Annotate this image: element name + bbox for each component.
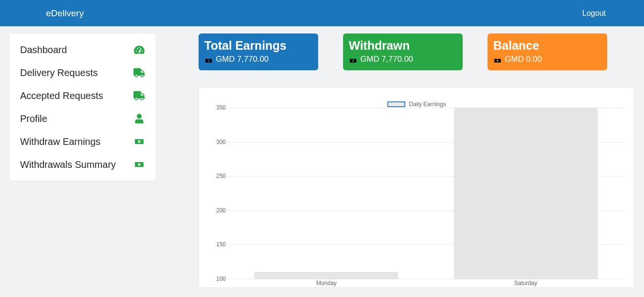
sidebar-item-label: Delivery Requests	[20, 67, 98, 78]
stat-cards-row: Total Earnings GMD 7,770.00 Withdrawn GM…	[199, 33, 634, 70]
money-icon	[204, 56, 213, 62]
money-icon	[349, 56, 357, 62]
y-tick: 150	[206, 241, 226, 248]
card-title: Balance	[493, 39, 601, 53]
card-withdrawn: Withdrawn GMD 7,770.00	[343, 33, 463, 70]
chart-bar	[454, 108, 598, 279]
sidebar-item-delivery-requests[interactable]: Delivery Requests	[10, 61, 155, 84]
sidebar-item-label: Withdrawals Summary	[20, 159, 116, 170]
money-icon	[133, 136, 145, 147]
card-total-earnings: Total Earnings GMD 7,770.00	[199, 33, 318, 70]
card-value: GMD 7,770.00	[360, 55, 413, 64]
legend-label: Daily Earnings	[409, 101, 446, 108]
sidebar-item-label: Profile	[20, 113, 47, 124]
brand[interactable]: eDelivery	[46, 8, 84, 19]
card-value: GMD 0.00	[505, 55, 542, 64]
layout: Dashboard Delivery Requests Accepted Req…	[0, 26, 644, 288]
y-tick: 100	[206, 275, 226, 282]
chart-legend: Daily Earnings	[387, 101, 446, 108]
card-value: GMD 7,770.00	[216, 55, 269, 64]
sidebar-item-withdrawals-summary[interactable]: Withdrawals Summary	[10, 153, 155, 176]
y-axis: 350300250200150100	[206, 108, 226, 279]
tachometer-icon	[133, 44, 145, 55]
sidebar-item-dashboard[interactable]: Dashboard	[10, 38, 155, 61]
sidebar-item-label: Dashboard	[20, 44, 67, 55]
card-title: Total Earnings	[204, 39, 312, 53]
card-balance: Balance GMD 0.00	[488, 33, 607, 70]
topbar: eDelivery Logout	[0, 0, 644, 26]
y-tick: 200	[206, 207, 226, 214]
sidebar-item-accepted-requests[interactable]: Accepted Requests	[10, 84, 155, 107]
money-icon	[133, 159, 145, 170]
x-tick: Saturday	[514, 280, 537, 286]
sidebar-item-withdraw-earnings[interactable]: Withdraw Earnings	[10, 130, 155, 153]
truck-icon	[133, 67, 145, 78]
truck-icon	[133, 90, 145, 101]
x-tick: Monday	[316, 280, 337, 286]
sidebar: Dashboard Delivery Requests Accepted Req…	[10, 33, 155, 181]
chart-bar	[255, 272, 398, 279]
main-content: Total Earnings GMD 7,770.00 Withdrawn GM…	[155, 33, 634, 288]
grid-line	[227, 279, 625, 279]
money-icon	[493, 56, 502, 62]
sidebar-item-label: Accepted Requests	[20, 90, 103, 101]
y-tick: 250	[206, 173, 226, 179]
user-icon	[133, 113, 145, 124]
legend-swatch	[387, 101, 405, 107]
y-tick: 350	[206, 104, 226, 111]
logout-link[interactable]: Logout	[582, 9, 606, 18]
sidebar-item-profile[interactable]: Profile	[10, 107, 155, 130]
card-title: Withdrawn	[349, 39, 457, 53]
chart-daily-earnings: Daily Earnings 350300250200150100 Monday…	[199, 87, 634, 288]
plot-area: MondaySaturday	[227, 108, 625, 279]
y-tick: 300	[206, 139, 226, 145]
sidebar-item-label: Withdraw Earnings	[20, 136, 100, 147]
